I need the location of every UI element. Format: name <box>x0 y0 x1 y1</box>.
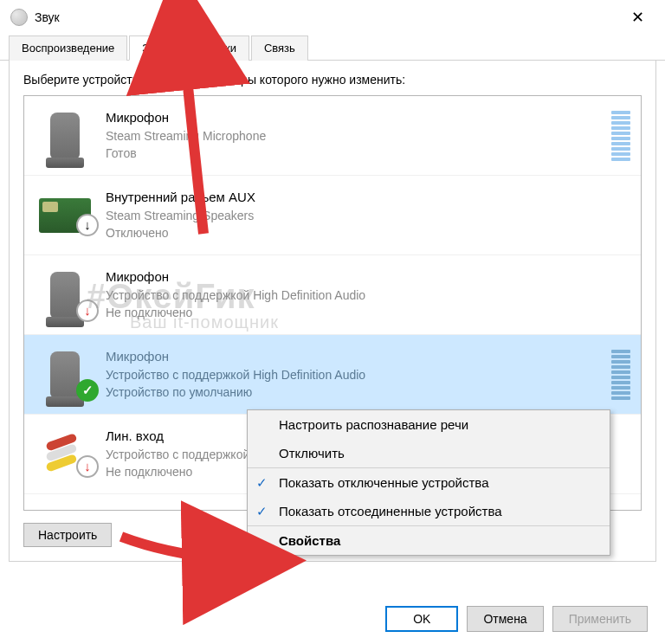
device-text: Микрофон Steam Streaming Microphone Гото… <box>106 108 606 162</box>
ctx-configure-speech[interactable]: Настроить распознавание речи <box>248 410 610 439</box>
device-icon <box>35 435 95 474</box>
device-desc: Устройство с поддержкой High Definition … <box>106 366 606 383</box>
microphone-icon <box>50 113 80 159</box>
sound-icon <box>10 9 28 26</box>
window-title: Звук <box>35 10 620 24</box>
device-text: Микрофон Устройство с поддержкой High De… <box>106 347 606 401</box>
ctx-show-disconnected[interactable]: ✓ Показать отсоединенные устройства <box>248 497 610 526</box>
device-row[interactable]: Микрофон Steam Streaming Microphone Гото… <box>24 96 641 176</box>
badge-unplugged-icon <box>76 455 99 478</box>
device-text: Внутренний разъем AUX Steam Streaming Sp… <box>106 188 630 242</box>
level-meter <box>611 111 630 161</box>
check-icon: ✓ <box>256 504 268 519</box>
ctx-label: Свойства <box>279 533 340 548</box>
device-status: Не подключено <box>106 304 630 321</box>
badge-unplugged-icon <box>76 299 99 322</box>
tab-recording[interactable]: Запись <box>129 35 192 61</box>
device-status: Устройство по умолчанию <box>106 383 606 401</box>
device-icon <box>35 198 95 233</box>
badge-default-icon <box>76 379 99 402</box>
close-icon[interactable]: ✕ <box>620 8 655 27</box>
ctx-show-disabled[interactable]: ✓ Показать отключенные устройства <box>248 468 610 497</box>
device-icon <box>35 351 95 398</box>
device-name: Микрофон <box>106 347 606 366</box>
device-icon <box>35 113 95 159</box>
microphone-icon <box>50 351 80 398</box>
cancel-button[interactable]: Отмена <box>467 606 543 632</box>
tabstrip: Воспроизведение Запись Звуки Связь <box>0 35 665 61</box>
dialog-buttons: OK Отмена Применить <box>385 606 648 632</box>
device-desc: Устройство с поддержкой High Definition … <box>106 287 630 304</box>
apply-button[interactable]: Применить <box>552 606 648 632</box>
device-row[interactable]: Микрофон Устройство с поддержкой High De… <box>24 255 641 335</box>
device-row[interactable]: Микрофон Устройство с поддержкой High De… <box>24 335 641 415</box>
microphone-icon <box>50 272 80 319</box>
device-row[interactable]: Внутренний разъем AUX Steam Streaming Sp… <box>24 176 641 255</box>
device-text: Микрофон Устройство с поддержкой High De… <box>106 267 630 321</box>
level-meter <box>611 350 630 400</box>
ctx-label: Отключить <box>279 446 345 460</box>
device-icon <box>35 272 95 319</box>
device-status: Готов <box>106 145 606 162</box>
context-menu: Настроить распознавание речи Отключить ✓… <box>247 409 610 556</box>
titlebar: Звук ✕ <box>0 0 665 35</box>
device-status: Отключено <box>106 224 630 242</box>
ctx-disable[interactable]: Отключить <box>248 439 610 468</box>
tab-sounds[interactable]: Звуки <box>194 35 249 61</box>
ctx-properties[interactable]: Свойства <box>248 526 610 555</box>
device-name: Внутренний разъем AUX <box>106 188 630 207</box>
badge-disabled-icon <box>76 214 99 236</box>
ok-button[interactable]: OK <box>385 606 458 632</box>
device-name: Микрофон <box>106 267 630 287</box>
ctx-label: Настроить распознавание речи <box>279 417 468 432</box>
tab-communications[interactable]: Связь <box>251 35 308 61</box>
device-desc: Steam Streaming Speakers <box>106 207 630 224</box>
instruction-text: Выберите устройство записи, параметры ко… <box>23 73 642 87</box>
device-desc: Steam Streaming Microphone <box>106 127 606 145</box>
check-icon: ✓ <box>256 475 268 491</box>
device-name: Микрофон <box>106 108 606 127</box>
ctx-label: Показать отключенные устройства <box>279 475 489 490</box>
tab-playback[interactable]: Воспроизведение <box>9 35 127 61</box>
configure-button[interactable]: Настроить <box>23 523 112 547</box>
ctx-label: Показать отсоединенные устройства <box>279 504 502 518</box>
